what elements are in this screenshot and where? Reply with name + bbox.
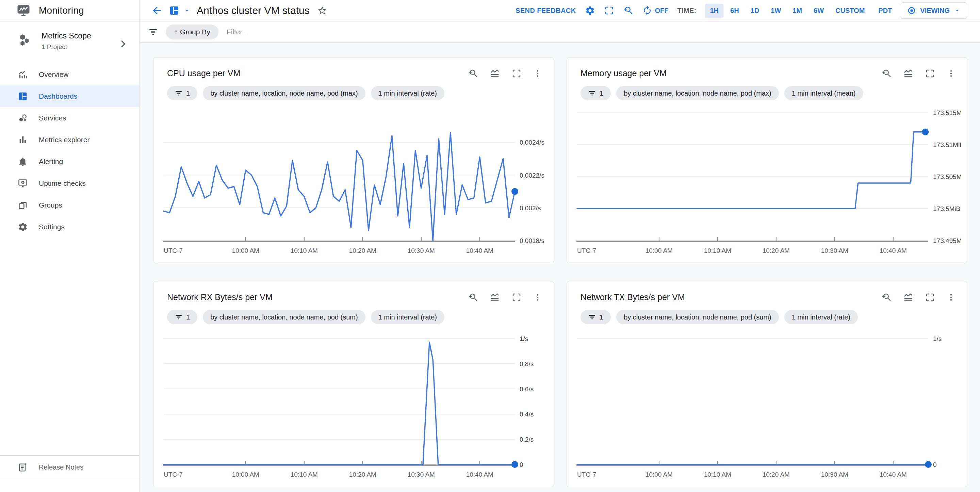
sidebar-item-groups[interactable]: Groups — [0, 194, 139, 216]
chart-card-cpu-usage-per-vm: CPU usage per VM 1by cluster name, locat… — [153, 57, 554, 263]
area-mode-icon[interactable] — [903, 292, 913, 303]
chart-config-chip[interactable]: by cluster name, location, node name, po… — [203, 86, 366, 100]
expand-chart-icon[interactable] — [511, 68, 522, 79]
sidebar-item-dashboards[interactable]: Dashboards — [0, 85, 139, 107]
time-range-1h[interactable]: 1H — [705, 4, 724, 18]
filter-count-chip[interactable]: 1 — [167, 310, 197, 324]
dashboard-type-icon[interactable] — [169, 5, 180, 16]
filter-chip-icon — [588, 313, 596, 321]
sidebar-item-release-notes[interactable]: Release Notes — [0, 455, 139, 479]
filter-chip-icon — [175, 89, 183, 97]
uptime-checks-icon — [18, 178, 28, 188]
chart-config-chip[interactable]: 1 min interval (rate) — [784, 310, 858, 324]
sidebar-item-label: Groups — [39, 201, 62, 209]
chip-label: 1 min interval (rate) — [379, 89, 437, 97]
auto-refresh-state: OFF — [655, 7, 669, 14]
zoom-reset-icon[interactable] — [881, 292, 891, 303]
chip-label: 1 min interval (rate) — [792, 314, 850, 321]
time-range-6h[interactable]: 6H — [725, 4, 744, 18]
svg-text:173.515MiB: 173.515MiB — [933, 109, 961, 116]
chart-plot[interactable]: 173.495MiB173.5MiB173.505MiB173.51MiB173… — [574, 105, 961, 262]
area-mode-icon[interactable] — [490, 68, 500, 79]
svg-text:0.4/s: 0.4/s — [520, 411, 533, 418]
chevron-right-icon[interactable] — [116, 37, 130, 51]
chart-card-memory-usage-per-vm: Memory usage per VM 1by cluster name, lo… — [566, 57, 967, 263]
svg-text:10:30 AM: 10:30 AM — [408, 471, 435, 478]
svg-text:10:00 AM: 10:00 AM — [646, 471, 673, 478]
dashboard-grid: CPU usage per VM 1by cluster name, locat… — [140, 43, 980, 492]
sidebar-item-alerting[interactable]: Alerting — [0, 151, 139, 172]
chart-config-chip[interactable]: 1 min interval (mean) — [784, 86, 863, 100]
viewing-label: VIEWING — [920, 7, 950, 14]
zoom-reset-icon[interactable] — [881, 68, 891, 79]
sidebar-item-label: Services — [39, 114, 66, 122]
svg-text:10:40 AM: 10:40 AM — [880, 471, 907, 478]
sidebar-item-uptime-checks[interactable]: Uptime checks — [0, 172, 139, 194]
svg-text:1/s: 1/s — [933, 335, 942, 342]
filter-toolbar: + Group By — [140, 21, 980, 43]
dashboards-icon — [18, 91, 28, 101]
sidebar-item-metrics-explorer[interactable]: Metrics explorer — [0, 129, 139, 151]
fullscreen-button[interactable] — [604, 5, 614, 16]
zoom-reset-icon[interactable] — [468, 292, 478, 303]
metrics-scope-selector[interactable]: Metrics Scope 1 Project — [0, 21, 139, 51]
chip-label: by cluster name, location, node name, po… — [210, 314, 358, 321]
chart-plot[interactable]: 01/sUTC-710:00 AM10:10 AM10:20 AM10:30 A… — [574, 328, 961, 486]
time-range-custom[interactable]: CUSTOM — [830, 4, 869, 18]
auto-refresh-toggle[interactable]: OFF — [642, 5, 669, 16]
filter-count-chip[interactable]: 1 — [167, 86, 197, 100]
dashboard-type-caret-icon[interactable] — [183, 7, 191, 14]
filter-count-chip[interactable]: 1 — [581, 86, 611, 100]
svg-text:1/s: 1/s — [520, 335, 528, 342]
zoom-reset-icon[interactable] — [468, 68, 478, 79]
sidebar-item-overview[interactable]: Overview — [0, 64, 139, 85]
expand-chart-icon[interactable] — [925, 68, 935, 79]
area-mode-icon[interactable] — [903, 68, 913, 79]
area-mode-icon[interactable] — [490, 292, 500, 303]
group-by-chip[interactable]: + Group By — [166, 24, 218, 40]
chart-config-chip[interactable]: 1 min interval (rate) — [371, 310, 444, 324]
dashboard-settings-button[interactable] — [585, 5, 595, 16]
filter-list-icon[interactable] — [148, 27, 158, 37]
send-feedback-button[interactable]: SEND FEEDBACK — [515, 7, 576, 14]
filter-input[interactable] — [226, 27, 980, 37]
chart-card-actions — [881, 292, 956, 303]
chart-config-chip[interactable]: 1 min interval (rate) — [371, 86, 444, 100]
sidebar-item-services[interactable]: Services — [0, 107, 139, 129]
back-button[interactable] — [151, 5, 163, 16]
svg-text:UTC-7: UTC-7 — [577, 471, 596, 478]
svg-text:10:20 AM: 10:20 AM — [762, 247, 790, 254]
more-options-icon[interactable] — [533, 68, 542, 79]
sidebar-item-label: Dashboards — [39, 92, 77, 100]
monitoring-logo-icon — [16, 3, 30, 18]
chart-config-chip[interactable]: by cluster name, location, node name, po… — [203, 310, 366, 324]
chart-card-actions — [468, 68, 542, 79]
svg-text:10:00 AM: 10:00 AM — [232, 247, 259, 254]
svg-text:10:30 AM: 10:30 AM — [821, 471, 848, 478]
chip-label: by cluster name, location, node name, po… — [210, 89, 358, 97]
favorite-star-icon[interactable] — [317, 5, 327, 16]
time-range-1d[interactable]: 1D — [746, 4, 764, 18]
expand-chart-icon[interactable] — [511, 292, 522, 303]
product-name: Monitoring — [39, 5, 84, 16]
chart-config-chip[interactable]: by cluster name, location, node name, po… — [616, 310, 779, 324]
timezone-button[interactable]: PDT — [878, 7, 892, 14]
time-range-6w[interactable]: 6W — [809, 4, 829, 18]
svg-text:0.2/s: 0.2/s — [520, 436, 533, 443]
zoom-reset-button[interactable] — [623, 5, 633, 16]
more-options-icon[interactable] — [533, 292, 542, 303]
time-range-1w[interactable]: 1W — [766, 4, 786, 18]
chart-plot[interactable]: 0.0018/s0.002/s0.0022/s0.0024/sUTC-710:0… — [160, 105, 547, 262]
chart-title: CPU usage per VM — [167, 68, 240, 78]
more-options-icon[interactable] — [947, 292, 956, 303]
viewing-mode-button[interactable]: VIEWING — [901, 2, 967, 19]
expand-chart-icon[interactable] — [925, 292, 935, 303]
chart-plot[interactable]: 00.2/s0.4/s0.6/s0.8/s1/sUTC-710:00 AM10:… — [160, 328, 547, 486]
time-range-1m[interactable]: 1M — [788, 4, 807, 18]
chart-config-chip[interactable]: by cluster name, location, node name, po… — [616, 86, 779, 100]
sidebar-item-settings[interactable]: Settings — [0, 216, 139, 238]
filter-chip-icon — [175, 313, 183, 321]
filter-count-chip[interactable]: 1 — [581, 310, 611, 324]
more-options-icon[interactable] — [947, 68, 956, 79]
chip-label: 1 — [186, 314, 190, 321]
